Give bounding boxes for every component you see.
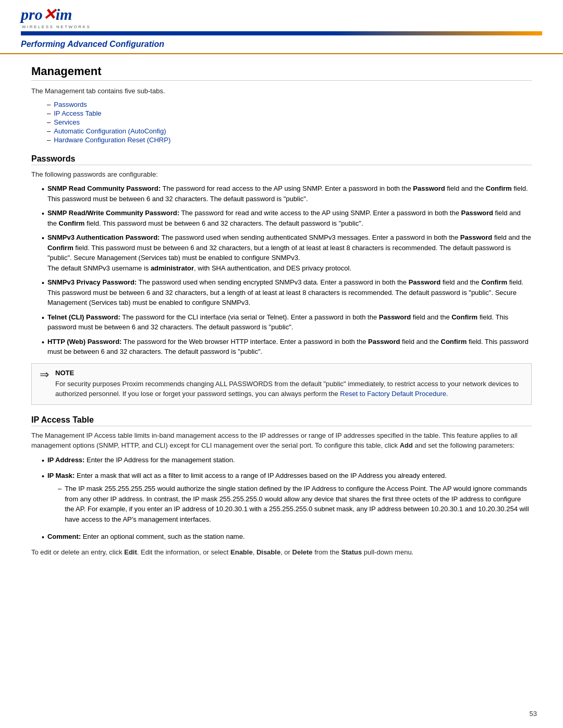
page-heading: Management xyxy=(31,65,532,81)
logo-letter-o: o xyxy=(35,6,43,23)
password-item-telnet: Telnet (CLI) Password: The password for … xyxy=(42,312,532,332)
ip-access-table-footer: To edit or delete an entry, click Edit. … xyxy=(31,547,532,558)
note-content: NOTE For security purposes Proxim recomm… xyxy=(55,369,523,399)
nav-link-passwords[interactable]: Passwords xyxy=(54,101,87,108)
ip-desc-comment: Enter an optional comment, such as the s… xyxy=(83,533,245,540)
ip-item-mask: IP Mask: Enter a mask that will act as a… xyxy=(42,471,532,528)
management-intro: The Management tab contains five sub-tab… xyxy=(31,86,532,96)
ip-mask-sublist: The IP mask 255.255.255.255 would author… xyxy=(58,484,532,524)
ip-item-address: IP Address: Enter the IP Address for the… xyxy=(42,455,532,466)
ip-access-table-list: IP Address: Enter the IP Address for the… xyxy=(42,455,532,544)
password-item-snmpv3-auth: SNMPv3 Authentication Password: The pass… xyxy=(42,232,532,273)
ip-label-address: IP Address: xyxy=(47,456,85,464)
nav-item-chrp[interactable]: Hardware Configuration Reset (CHRP) xyxy=(47,136,532,144)
ip-item-address-text: IP Address: Enter the IP Address for the… xyxy=(47,455,532,465)
nav-link-services[interactable]: Services xyxy=(54,118,80,126)
password-item-snmpv3-auth-text: SNMPv3 Authentication Password: The pass… xyxy=(47,232,532,273)
passwords-intro: The following passwords are configurable… xyxy=(31,169,532,180)
note-title: NOTE xyxy=(55,369,523,377)
passwords-list: SNMP Read Community Password: The passwo… xyxy=(42,183,532,357)
nav-item-services[interactable]: Services xyxy=(47,118,532,126)
ip-desc-address: Enter the IP Address for the management … xyxy=(87,456,235,464)
ip-desc-mask: Enter a mask that will act as a filter t… xyxy=(77,472,447,479)
logo-letter-p: p xyxy=(21,6,29,23)
page-header: p r o ✕ im WIRELESS NETWORKS xyxy=(0,0,563,35)
ip-label-mask: IP Mask: xyxy=(47,472,75,479)
snmpv3-extra-note: The default SNMPv3 username is administr… xyxy=(47,264,351,272)
logo-tagline: WIRELESS NETWORKS xyxy=(22,24,91,29)
password-label-snmp-read: SNMP Read Community Password: xyxy=(47,184,161,192)
logo-area: p r o ✕ im WIRELESS NETWORKS xyxy=(21,5,542,29)
ip-access-table-intro: The Management IP Access table limits in… xyxy=(31,430,532,451)
password-label-http: HTTP (Web) Password: xyxy=(47,338,122,346)
password-item-snmp-read: SNMP Read Community Password: The passwo… xyxy=(42,183,532,204)
logo-letter-r: r xyxy=(29,6,35,23)
nav-link-autoconfig[interactable]: Automatic Configuration (AutoConfig) xyxy=(54,127,166,135)
section-title-bar: Performing Advanced Configuration xyxy=(0,35,563,54)
nav-list: Passwords IP Access Table Services Autom… xyxy=(47,101,532,144)
section-title: Performing Advanced Configuration xyxy=(21,40,542,49)
password-item-snmp-rw-text: SNMP Read/Write Community Password: The … xyxy=(47,208,532,228)
ip-item-mask-text: IP Mask: Enter a mask that will act as a… xyxy=(47,471,532,528)
password-label-snmpv3-privacy: SNMPv3 Privacy Password: xyxy=(47,278,137,286)
nav-item-passwords[interactable]: Passwords xyxy=(47,101,532,108)
note-reset-link[interactable]: Reset to Factory Default Procedure xyxy=(340,390,446,398)
password-label-snmpv3-auth: SNMPv3 Authentication Password: xyxy=(47,233,160,241)
header-color-bar xyxy=(21,31,542,35)
passwords-heading: Passwords xyxy=(31,154,532,165)
nav-link-chrp[interactable]: Hardware Configuration Reset (CHRP) xyxy=(54,136,170,144)
main-content: Management The Management tab contains f… xyxy=(0,54,563,582)
ip-item-comment-text: Comment: Enter an optional comment, such… xyxy=(47,532,532,542)
ip-mask-sub-text: The IP mask 255.255.255.255 would author… xyxy=(65,484,532,524)
note-icon: ⇒ xyxy=(40,368,49,381)
ip-access-table-heading: IP Access Table xyxy=(31,415,532,426)
note-box: ⇒ NOTE For security purposes Proxim reco… xyxy=(31,363,532,405)
logo-letter-x: ✕ xyxy=(43,5,56,23)
password-item-http-text: HTTP (Web) Password: The password for th… xyxy=(47,337,532,357)
password-item-snmpv3-privacy: SNMPv3 Privacy Password: The password us… xyxy=(42,277,532,308)
ip-item-comment: Comment: Enter an optional comment, such… xyxy=(42,532,532,543)
proxim-logo: p r o ✕ im WIRELESS NETWORKS xyxy=(21,5,91,29)
password-item-snmp-read-text: SNMP Read Community Password: The passwo… xyxy=(47,183,532,204)
password-label-snmp-rw: SNMP Read/Write Community Password: xyxy=(47,209,179,217)
logo-letter-im: im xyxy=(56,6,72,23)
password-item-snmp-rw: SNMP Read/Write Community Password: The … xyxy=(42,208,532,228)
ip-mask-sub-item: The IP mask 255.255.255.255 would author… xyxy=(58,484,532,524)
password-label-telnet: Telnet (CLI) Password: xyxy=(47,313,120,321)
note-text: For security purposes Proxim recommends … xyxy=(55,379,523,399)
page-number: 53 xyxy=(530,710,537,718)
nav-link-ip-access-table[interactable]: IP Access Table xyxy=(54,109,101,117)
password-item-snmpv3-privacy-text: SNMPv3 Privacy Password: The password us… xyxy=(47,277,532,308)
ip-label-comment: Comment: xyxy=(47,533,81,540)
nav-item-autoconfig[interactable]: Automatic Configuration (AutoConfig) xyxy=(47,127,532,135)
password-item-telnet-text: Telnet (CLI) Password: The password for … xyxy=(47,312,532,332)
nav-item-ip-access-table[interactable]: IP Access Table xyxy=(47,109,532,117)
password-item-http: HTTP (Web) Password: The password for th… xyxy=(42,337,532,357)
